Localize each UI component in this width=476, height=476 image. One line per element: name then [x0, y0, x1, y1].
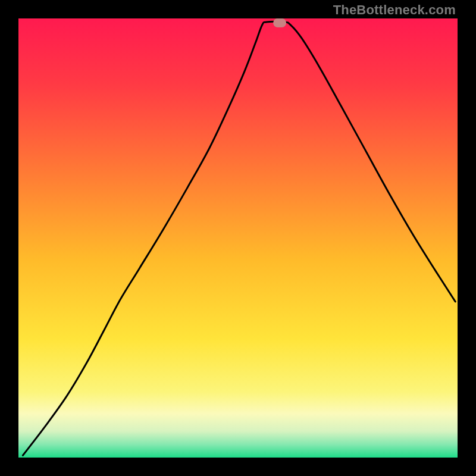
- optimal-point-marker: [273, 18, 286, 27]
- watermark-label: TheBottleneck.com: [333, 2, 456, 18]
- bottleneck-chart: [18, 18, 458, 458]
- gradient-background: [18, 18, 458, 458]
- marker-layer: [273, 18, 286, 27]
- chart-frame: TheBottleneck.com: [0, 0, 476, 476]
- plot-area: [18, 18, 458, 458]
